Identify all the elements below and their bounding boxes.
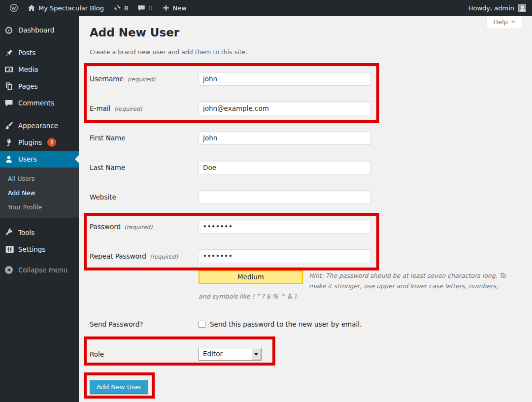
sidebar-label-pages: Pages	[18, 82, 38, 90]
help-label: Help	[493, 18, 508, 26]
send-password-checkbox[interactable]	[199, 321, 205, 328]
updates-count: 8	[124, 4, 128, 12]
sidebar-item-comments[interactable]: Comments	[0, 95, 79, 111]
add-new-user-button[interactable]: Add New User	[90, 380, 148, 394]
form-row-password: Password (required)	[90, 220, 522, 234]
username-required-note: (required)	[127, 76, 155, 83]
role-label: Role	[90, 350, 104, 358]
password-strength-section: Medium Hint: The password should be at l…	[199, 270, 511, 302]
admin-bar: My Spectacular Blog 8 0 New Howdy, admin	[0, 0, 532, 16]
sidebar-label-users: Users	[18, 155, 37, 163]
pages-icon	[4, 81, 14, 91]
submenu-item-all-users[interactable]: All Users	[0, 171, 79, 186]
site-menu-button[interactable]: My Spectacular Blog	[23, 0, 108, 16]
site-name: My Spectacular Blog	[38, 4, 104, 12]
chevron-down-icon	[254, 353, 258, 356]
sidebar-label-comments: Comments	[18, 99, 54, 107]
form-row-email: E-mail (required)	[90, 101, 522, 115]
sidebar-item-dashboard[interactable]: Dashboard	[0, 22, 79, 38]
form-row-website: Website	[90, 190, 522, 204]
last-name-label: Last Name	[90, 164, 125, 171]
form-row-repeat-password: Repeat Password (required)	[90, 249, 522, 263]
wordpress-logo-icon	[9, 3, 18, 12]
main-content: Add New User Create a brand new user and…	[79, 16, 532, 402]
submenu-item-your-profile[interactable]: Your Profile	[0, 200, 79, 214]
first-name-input[interactable]	[199, 131, 371, 145]
website-input[interactable]	[199, 190, 371, 204]
sidebar-item-settings[interactable]: Settings	[0, 241, 79, 258]
admin-bar-left: My Spectacular Blog 8 0 New	[0, 0, 191, 16]
email-label: E-mail	[90, 104, 110, 112]
email-required-note: (required)	[114, 105, 142, 112]
new-content-button[interactable]: New	[157, 0, 191, 16]
form-row-first-name: First Name	[90, 131, 522, 145]
dashboard-gauge-icon	[4, 25, 14, 35]
home-icon	[27, 3, 36, 12]
sidebar-item-users[interactable]: Users	[0, 151, 79, 168]
updates-button[interactable]: 8	[108, 0, 133, 16]
form-row-last-name: Last Name	[90, 161, 522, 174]
users-submenu: All Users Add New Your Profile	[0, 168, 79, 218]
repeat-password-label: Repeat Password	[90, 252, 146, 260]
help-button[interactable]: Help	[487, 16, 522, 29]
comments-bubble-icon	[4, 98, 14, 108]
repeat-password-input[interactable]	[199, 249, 371, 263]
sidebar-label-dashboard: Dashboard	[18, 26, 54, 34]
role-dropdown-button[interactable]	[251, 348, 261, 360]
sidebar-label-media: Media	[18, 66, 38, 73]
plug-icon	[4, 137, 14, 147]
repeat-password-required-note: (required)	[150, 253, 178, 260]
sidebar: Dashboard Posts Media Pages Comments App…	[0, 16, 79, 402]
password-input[interactable]	[199, 220, 371, 234]
wrench-icon	[4, 228, 14, 237]
plus-icon	[162, 3, 170, 12]
last-name-input[interactable]	[199, 161, 371, 174]
form-row-send-password: Send Password? Send this password to the…	[90, 317, 522, 331]
howdy-text: Howdy, admin	[468, 4, 514, 12]
first-name-label: First Name	[90, 134, 126, 142]
page-description: Create a brand new user and add them to …	[90, 48, 522, 56]
account-menu-button[interactable]: Howdy, admin	[468, 4, 532, 12]
settings-sliders-icon	[4, 244, 14, 254]
comments-count: 0	[148, 4, 152, 12]
user-icon	[4, 154, 14, 164]
sidebar-label-plugins: Plugins	[18, 138, 42, 146]
password-strength-meter: Medium	[199, 270, 303, 284]
username-label: Username	[90, 75, 124, 83]
send-password-checkbox-label: Send this password to the new user by em…	[210, 320, 362, 328]
send-password-label: Send Password?	[90, 320, 143, 328]
form-row-username: Username (required)	[90, 72, 522, 86]
submenu-item-add-new[interactable]: Add New	[0, 186, 79, 200]
collapse-arrow-icon	[4, 265, 14, 275]
chevron-down-icon	[511, 21, 516, 23]
sidebar-label-tools: Tools	[18, 229, 34, 236]
password-label: Password	[90, 223, 121, 231]
role-selected-value: Editor	[199, 348, 251, 360]
updates-refresh-icon	[113, 3, 122, 12]
username-input[interactable]	[199, 72, 371, 86]
new-label: New	[173, 4, 187, 12]
sidebar-item-posts[interactable]: Posts	[0, 44, 79, 61]
media-icon	[4, 65, 14, 74]
sidebar-item-pages[interactable]: Pages	[0, 78, 79, 95]
sidebar-item-plugins[interactable]: Plugins 8	[0, 134, 79, 151]
collapse-menu-label: Collapse menu	[18, 266, 67, 274]
plugins-update-badge: 8	[47, 138, 56, 147]
email-input[interactable]	[199, 101, 371, 115]
wordpress-menu-button[interactable]	[5, 0, 23, 16]
sidebar-label-appearance: Appearance	[18, 122, 58, 130]
collapse-menu-button[interactable]: Collapse menu	[0, 262, 79, 278]
sidebar-label-posts: Posts	[18, 49, 35, 57]
form-row-role: Role Editor	[90, 347, 522, 361]
sidebar-item-media[interactable]: Media	[0, 61, 79, 78]
sidebar-item-appearance[interactable]: Appearance	[0, 117, 79, 134]
comments-button[interactable]: 0	[133, 0, 157, 16]
add-user-form: Username (required) E-mail (required) Fi…	[90, 72, 522, 394]
comment-bubble-icon	[137, 3, 146, 12]
role-select[interactable]: Editor	[199, 348, 262, 361]
password-required-note: (required)	[124, 224, 152, 231]
website-label: Website	[90, 193, 116, 201]
sidebar-item-tools[interactable]: Tools	[0, 224, 79, 241]
sidebar-label-settings: Settings	[18, 245, 45, 253]
avatar	[518, 4, 526, 12]
